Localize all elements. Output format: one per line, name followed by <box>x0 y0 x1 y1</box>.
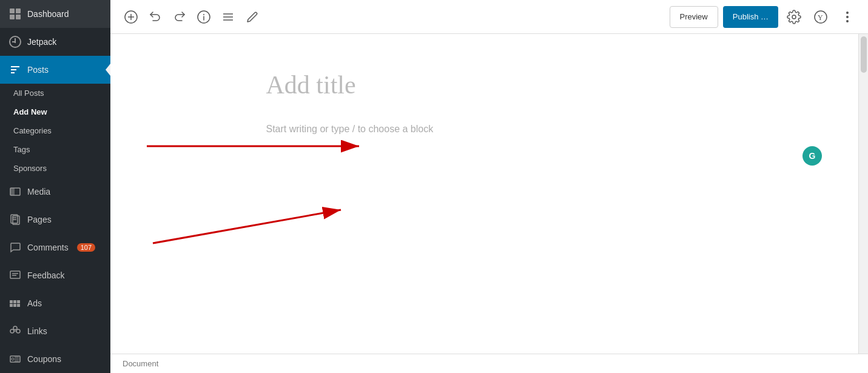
ads-label: Ads <box>27 298 42 308</box>
svg-rect-21 <box>17 304 20 307</box>
svg-text:Y: Y <box>818 13 823 22</box>
sidebar-item-tags[interactable]: Tags <box>0 140 110 159</box>
svg-point-43 <box>792 15 796 19</box>
grammarly-icon[interactable]: G <box>802 146 822 166</box>
svg-rect-16 <box>10 300 13 303</box>
undo-button[interactable] <box>144 6 166 28</box>
ads-icon <box>9 297 21 309</box>
sidebar-item-categories[interactable]: Categories <box>0 121 110 140</box>
svg-point-47 <box>846 16 849 18</box>
arrow-to-block <box>129 186 383 252</box>
posts-arrow <box>106 64 110 76</box>
svg-rect-3 <box>16 15 21 19</box>
publish-button[interactable]: Publish … <box>723 6 778 28</box>
scrollbar-thumb[interactable] <box>861 36 867 73</box>
sidebar-item-comments[interactable]: Comments 107 <box>0 234 110 261</box>
feedback-label: Feedback <box>27 271 64 280</box>
pages-label: Pages <box>27 215 52 224</box>
edit-mode-button[interactable] <box>241 6 263 28</box>
posts-label: Posts <box>27 65 49 75</box>
posts-icon <box>9 64 21 76</box>
sidebar-item-all-posts[interactable]: All Posts <box>0 84 110 102</box>
svg-point-39 <box>203 14 204 15</box>
svg-rect-17 <box>13 300 16 303</box>
sidebar-item-add-new[interactable]: Add New <box>0 102 110 121</box>
list-view-button[interactable] <box>217 6 239 28</box>
feedback-icon <box>9 269 21 281</box>
svg-point-46 <box>846 12 849 14</box>
sidebar-item-coupons[interactable]: Coupons <box>0 345 110 373</box>
preview-button[interactable]: Preview <box>670 6 718 28</box>
toolbar: Preview Publish … Y <box>110 0 868 34</box>
scrollbar[interactable] <box>858 34 868 373</box>
svg-point-30 <box>12 358 14 360</box>
links-icon <box>9 325 21 337</box>
svg-rect-2 <box>10 15 15 19</box>
editor-container: Add title Start writing or type / to cho… <box>110 34 858 373</box>
svg-line-52 <box>153 210 341 243</box>
editor[interactable]: Add title Start writing or type / to cho… <box>110 34 858 373</box>
svg-rect-20 <box>13 304 16 307</box>
media-label: Media <box>27 187 50 197</box>
more-options-button[interactable] <box>836 6 858 28</box>
svg-rect-13 <box>10 271 20 278</box>
svg-rect-18 <box>17 300 20 303</box>
sidebar-item-media[interactable]: Media <box>0 178 110 206</box>
svg-rect-19 <box>10 304 13 307</box>
svg-rect-6 <box>12 41 16 42</box>
coupons-label: Coupons <box>27 354 61 364</box>
comments-badge: 107 <box>77 243 95 252</box>
sidebar-item-feedback[interactable]: Feedback <box>0 261 110 289</box>
tags-label: Tags <box>13 145 30 154</box>
redo-button[interactable] <box>169 6 190 28</box>
coupons-icon <box>9 353 21 365</box>
sidebar: Dashboard Jetpack Posts All Posts Add Ne… <box>0 0 110 373</box>
sidebar-item-ads[interactable]: Ads <box>0 289 110 317</box>
sidebar-item-links[interactable]: Links <box>0 317 110 345</box>
svg-rect-1 <box>16 8 21 13</box>
settings-button[interactable] <box>783 6 805 28</box>
links-label: Links <box>27 326 47 336</box>
add-new-label: Add New <box>13 107 47 116</box>
add-block-button[interactable] <box>120 6 142 28</box>
pages-icon <box>9 213 21 226</box>
svg-rect-0 <box>10 8 15 13</box>
post-title-input[interactable]: Add title <box>266 70 703 99</box>
main-content: Preview Publish … Y <box>110 0 868 373</box>
sidebar-item-dashboard[interactable]: Dashboard <box>0 0 110 28</box>
block-placeholder[interactable]: Start writing or type / to choose a bloc… <box>266 124 703 135</box>
sidebar-item-jetpack[interactable]: Jetpack <box>0 28 110 56</box>
jetpack-label: Jetpack <box>27 37 56 47</box>
info-button[interactable] <box>193 6 215 28</box>
toolbar-right: Preview Publish … Y <box>670 6 859 28</box>
sidebar-item-sponsors[interactable]: Sponsors <box>0 159 110 178</box>
sponsors-label: Sponsors <box>13 164 47 173</box>
sidebar-item-pages[interactable]: Pages <box>0 206 110 234</box>
comments-icon <box>9 241 21 254</box>
svg-rect-8 <box>10 188 15 195</box>
categories-label: Categories <box>13 126 52 135</box>
all-posts-label: All Posts <box>13 89 44 98</box>
document-bar: Document <box>110 354 868 373</box>
jetpack-icon <box>9 36 21 48</box>
editor-inner: Add title Start writing or type / to cho… <box>242 70 727 135</box>
content-wrapper: Add title Start writing or type / to cho… <box>110 34 868 373</box>
document-label: Document <box>123 359 158 368</box>
dashboard-label: Dashboard <box>27 9 69 19</box>
svg-point-48 <box>846 20 849 22</box>
media-icon <box>9 186 21 198</box>
sidebar-item-posts[interactable]: Posts <box>0 56 110 84</box>
yoast-button[interactable]: Y <box>810 6 832 28</box>
dashboard-icon <box>9 8 21 20</box>
comments-label: Comments <box>27 243 69 252</box>
